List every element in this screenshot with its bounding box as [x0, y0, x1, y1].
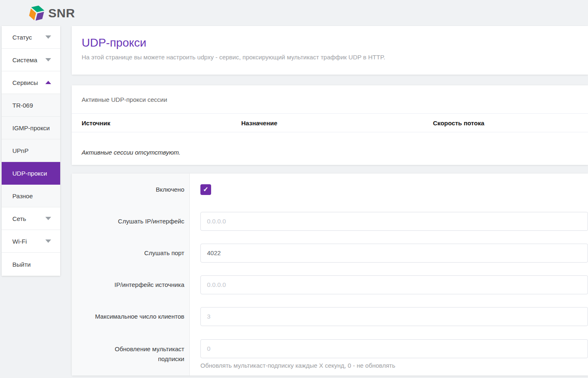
page-subtitle: На этой странице вы можете настроить udp… — [82, 54, 578, 61]
brand-name: SNR — [48, 7, 75, 19]
sidebar-item-logout[interactable]: Выйти — [2, 253, 60, 276]
enabled-row: ✓ — [200, 174, 588, 205]
sidebar-item-services[interactable]: Сервисы — [2, 71, 60, 94]
app-header: SNR — [0, 0, 588, 26]
chevron-down-icon — [45, 239, 51, 243]
listen-port-input[interactable] — [200, 244, 588, 263]
sidebar-item-label: Система — [12, 56, 37, 63]
source-ip-label: IP/интерфейс источника — [72, 269, 189, 301]
sidebar-item-label: UDP-прокси — [12, 170, 47, 177]
sidebar-item-misc[interactable]: Разное — [2, 185, 60, 207]
sessions-table-header: Источник Назначение Скорость потока — [72, 114, 588, 132]
sidebar-item-status[interactable]: Статус — [2, 26, 60, 49]
listen-ip-row — [200, 205, 588, 237]
listen-port-row — [200, 237, 588, 269]
page-title: UDP-прокси — [82, 36, 578, 49]
page-header-card: UDP-прокси На этой странице вы можете на… — [72, 26, 588, 75]
brand-logo: SNR — [29, 5, 75, 22]
multicast-renew-input[interactable] — [200, 339, 588, 358]
max-clients-row — [200, 301, 588, 332]
max-clients-input[interactable] — [200, 307, 588, 326]
column-header-bitrate: Скорость потока — [433, 120, 578, 127]
cube-logo-icon — [29, 5, 45, 22]
sessions-empty-message: Активные сессии отсутствуют. — [72, 132, 588, 165]
udp-proxy-settings-form: Включено Слушать IP/интерфейс Слушать по… — [72, 174, 588, 376]
multicast-renew-row: Обновлять мультикаст-подписку каждые X с… — [200, 332, 588, 376]
chevron-down-icon — [45, 217, 51, 220]
source-ip-input[interactable] — [200, 275, 588, 294]
form-input-column: ✓ Обновлять мультикаст-подписку каждые X… — [190, 174, 588, 376]
sidebar-item-label: Сервисы — [12, 79, 38, 86]
sidebar-item-label: Wi-Fi — [12, 238, 27, 245]
sidebar-item-label: Разное — [12, 193, 33, 200]
multicast-renew-help: Обновлять мультикаст-подписку каждые X с… — [200, 362, 395, 369]
sessions-card-title: Активные UDP-прокси сессии — [72, 85, 588, 114]
sidebar-item-wifi[interactable]: Wi-Fi — [2, 230, 60, 253]
column-header-destination: Назначение — [241, 120, 433, 127]
sidebar-item-network[interactable]: Сеть — [2, 207, 60, 230]
sidebar-nav: Статус Система Сервисы TR-069 IGMP-прокс… — [2, 26, 60, 276]
active-sessions-card: Активные UDP-прокси сессии Источник Назн… — [72, 85, 588, 165]
sidebar-item-label: TR-069 — [12, 102, 33, 109]
listen-ip-input[interactable] — [200, 212, 588, 231]
sidebar-item-system[interactable]: Система — [2, 49, 60, 71]
chevron-down-icon — [45, 35, 51, 39]
sidebar-item-upnp[interactable]: UPnP — [2, 139, 60, 162]
sidebar-item-igmp-proxy[interactable]: IGMP-прокси — [2, 117, 60, 139]
sidebar-item-label: Сеть — [12, 215, 26, 222]
sidebar-item-label: IGMP-прокси — [12, 124, 50, 131]
sidebar-item-label: Выйти — [12, 261, 31, 268]
sidebar-item-label: Статус — [12, 34, 32, 41]
chevron-up-icon — [45, 81, 51, 84]
chevron-down-icon — [45, 58, 51, 61]
form-label-column: Включено Слушать IP/интерфейс Слушать по… — [72, 174, 190, 376]
main-content: UDP-прокси На этой странице вы можете на… — [72, 26, 588, 376]
sidebar-item-tr069[interactable]: TR-069 — [2, 94, 60, 117]
column-header-source: Источник — [82, 120, 241, 127]
multicast-renew-label: Обновление мультикаст подписки — [72, 332, 189, 376]
enabled-checkbox[interactable]: ✓ — [200, 184, 211, 195]
source-ip-row — [200, 269, 588, 301]
listen-port-label: Слушать порт — [72, 237, 189, 269]
listen-ip-label: Слушать IP/интерфейс — [72, 205, 189, 237]
enabled-label: Включено — [72, 174, 189, 205]
sidebar-item-label: UPnP — [12, 147, 28, 154]
max-clients-label: Максимальное число клиентов — [72, 301, 189, 332]
sidebar-item-udp-proxy[interactable]: UDP-прокси — [2, 162, 60, 185]
